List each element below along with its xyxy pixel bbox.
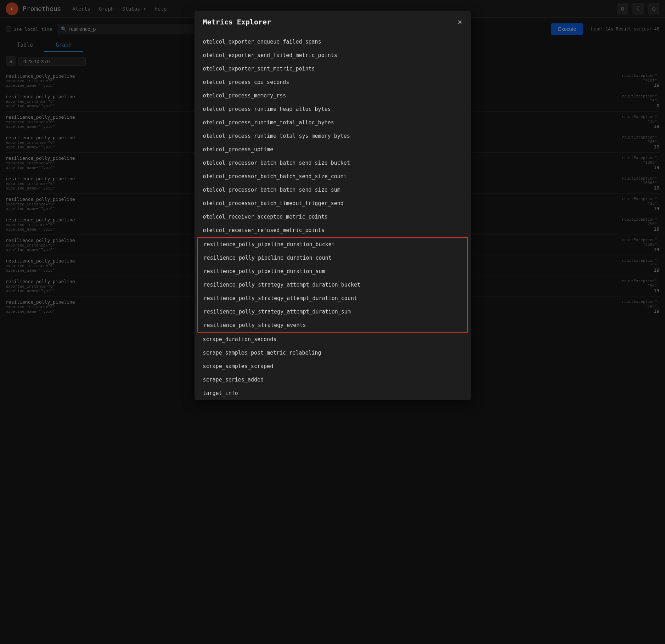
metric-list-item[interactable]: otelcol_process_uptime xyxy=(195,143,471,156)
metrics-explorer-modal: Metrics Explorer × otelcol_exporter_enqu… xyxy=(195,11,471,400)
modal-title: Metrics Explorer xyxy=(203,18,271,26)
metric-list-item[interactable]: otelcol_process_cpu_seconds xyxy=(195,75,471,89)
metric-list-item[interactable]: resilience_polly_pipeline_duration_sum xyxy=(198,265,467,278)
modal-body: otelcol_exporter_enqueue_failed_spansote… xyxy=(195,32,471,400)
modal-overlay: Metrics Explorer × otelcol_exporter_enqu… xyxy=(0,0,665,644)
metric-list-item[interactable]: otelcol_processor_batch_batch_send_size_… xyxy=(195,170,471,183)
metric-list-item[interactable]: scrape_duration_seconds xyxy=(195,333,471,346)
metric-list-item[interactable]: otelcol_processor_batch_batch_send_size_… xyxy=(195,156,471,170)
metric-list-item[interactable]: otelcol_exporter_send_failed_metric_poin… xyxy=(195,49,471,62)
metric-list-item[interactable]: resilience_polly_pipeline_duration_bucke… xyxy=(198,238,467,251)
metric-list-item[interactable]: otelcol_process_memory_rss xyxy=(195,89,471,102)
modal-header: Metrics Explorer × xyxy=(195,11,471,32)
metric-list-item[interactable]: otelcol_process_runtime_heap_alloc_bytes xyxy=(195,102,471,116)
metric-list-item[interactable]: otelcol_receiver_accepted_metric_points xyxy=(195,210,471,224)
metric-list-item[interactable]: resilience_polly_strategy_attempt_durati… xyxy=(198,292,467,305)
metric-list-item[interactable]: otelcol_exporter_enqueue_failed_spans xyxy=(195,35,471,49)
metric-list-item[interactable]: resilience_polly_pipeline_duration_count xyxy=(198,251,467,265)
close-icon[interactable]: × xyxy=(457,18,462,26)
metric-list-item[interactable]: scrape_samples_post_metric_relabeling xyxy=(195,346,471,360)
metric-list-item[interactable]: scrape_samples_scraped xyxy=(195,360,471,373)
metric-list-item[interactable]: otelcol_processor_batch_timeout_trigger_… xyxy=(195,197,471,210)
metric-list-item[interactable]: target_info xyxy=(195,386,471,400)
metric-list-item[interactable]: up xyxy=(195,400,471,400)
metric-list-item[interactable]: otelcol_receiver_refused_metric_points xyxy=(195,224,471,237)
highlighted-metrics-group: resilience_polly_pipeline_duration_bucke… xyxy=(197,237,468,333)
metric-list-item[interactable]: otelcol_process_runtime_total_alloc_byte… xyxy=(195,116,471,129)
metric-list-item[interactable]: otelcol_process_runtime_total_sys_memory… xyxy=(195,129,471,143)
metrics-list: otelcol_exporter_enqueue_failed_spansote… xyxy=(195,35,471,400)
metric-list-item[interactable]: resilience_polly_strategy_events xyxy=(198,318,467,332)
metric-list-item[interactable]: resilience_polly_strategy_attempt_durati… xyxy=(198,278,467,292)
metric-list-item[interactable]: resilience_polly_strategy_attempt_durati… xyxy=(198,305,467,318)
metric-list-item[interactable]: scrape_series_added xyxy=(195,373,471,386)
metric-list-item[interactable]: otelcol_exporter_sent_metric_points xyxy=(195,62,471,75)
metric-list-item[interactable]: otelcol_processor_batch_batch_send_size_… xyxy=(195,183,471,197)
